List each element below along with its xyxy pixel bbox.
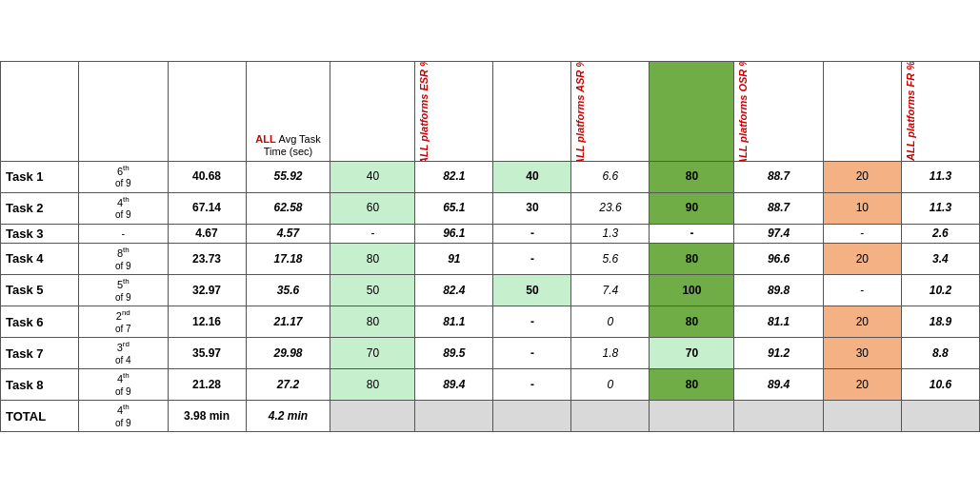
total-empty-cell bbox=[901, 401, 979, 432]
col-esr-all-header: ALL platforms ESR % bbox=[415, 61, 493, 161]
all-avg-task-time: 17.18 bbox=[246, 244, 330, 275]
asr-gvrl-value: - bbox=[493, 369, 571, 401]
esr-all-value: 89.4 bbox=[415, 369, 493, 401]
osr-gvrl-value: 100 bbox=[650, 275, 734, 306]
esr-all-value: 96.1 bbox=[415, 224, 493, 244]
esr-all-value: 82.1 bbox=[415, 161, 493, 192]
osr-all-value: 91.2 bbox=[734, 338, 823, 369]
asr-gvrl-value: - bbox=[493, 306, 571, 338]
total-empty-cell bbox=[571, 401, 650, 432]
col-asr-gvrl-header bbox=[493, 61, 571, 161]
esr-all-value: 65.1 bbox=[415, 192, 493, 224]
esr-gvrl-value: 60 bbox=[330, 192, 415, 224]
total-label: TOTAL bbox=[1, 401, 79, 432]
all-avg-task-time: 29.98 bbox=[246, 338, 330, 369]
osr-gvrl-value: 80 bbox=[650, 369, 734, 401]
fr-gvrl-value: 20 bbox=[823, 244, 901, 275]
osr-gvrl-value: 70 bbox=[650, 338, 734, 369]
esr-gvrl-value: 80 bbox=[330, 306, 415, 338]
asr-all-value: 23.6 bbox=[571, 192, 650, 224]
asr-all-value: 0 bbox=[571, 369, 650, 401]
all-avg-task-time: 62.58 bbox=[246, 192, 330, 224]
esr-all-label: ALL platforms ESR % bbox=[418, 61, 430, 161]
task-label: Task 3 bbox=[1, 224, 79, 244]
all-avg-task-time: 35.6 bbox=[246, 275, 330, 306]
total-empty-cell bbox=[415, 401, 493, 432]
total-empty-cell bbox=[823, 401, 901, 432]
table-row: Task 24thof 967.1462.586065.13023.69088.… bbox=[1, 192, 980, 224]
fr-all-value: 3.4 bbox=[901, 244, 979, 275]
fr-gvrl-value: 10 bbox=[823, 192, 901, 224]
fr-all-value: 10.2 bbox=[901, 275, 979, 306]
asr-gvrl-value: - bbox=[493, 224, 571, 244]
avg-task-time: 35.97 bbox=[168, 338, 246, 369]
avg-task-time: 67.14 bbox=[168, 192, 246, 224]
table-row: Task 16thof 940.6855.924082.1406.68088.7… bbox=[1, 161, 980, 192]
all-avg-task-time: 21.17 bbox=[246, 306, 330, 338]
asr-all-value: 0 bbox=[571, 306, 650, 338]
osr-all-value: 81.1 bbox=[734, 306, 823, 338]
fr-all-value: 11.3 bbox=[901, 161, 979, 192]
osr-all-value: 96.6 bbox=[734, 244, 823, 275]
esr-all-value: 89.5 bbox=[415, 338, 493, 369]
osr-all-value: 88.7 bbox=[734, 161, 823, 192]
rank-cell: 6thof 9 bbox=[79, 161, 168, 192]
data-table: ALL Avg Task Time (sec) ALL platforms ES… bbox=[0, 61, 980, 433]
fr-gvrl-value: 20 bbox=[823, 161, 901, 192]
osr-all-value: 97.4 bbox=[734, 224, 823, 244]
asr-all-value: 1.8 bbox=[571, 338, 650, 369]
avg-task-time: 40.68 bbox=[168, 161, 246, 192]
total-rank: 4thof 9 bbox=[79, 401, 168, 432]
fr-all-value: 10.6 bbox=[901, 369, 979, 401]
fr-gvrl-value: 20 bbox=[823, 369, 901, 401]
rank-cell: 5thof 9 bbox=[79, 275, 168, 306]
asr-all-value: 1.3 bbox=[571, 224, 650, 244]
task-label: Task 2 bbox=[1, 192, 79, 224]
osr-all-label: ALL platforms OSR % bbox=[737, 61, 750, 161]
rank-cell: 2ndof 7 bbox=[79, 306, 168, 338]
rank-cell: 4thof 9 bbox=[79, 369, 168, 401]
avg-task-time: 4.67 bbox=[168, 224, 246, 244]
fr-gvrl-value: - bbox=[823, 224, 901, 244]
task-label: Task 6 bbox=[1, 306, 79, 338]
asr-all-label: ALL platforms ASR % bbox=[574, 61, 587, 161]
table-row: Task 3-4.674.57-96.1-1.3-97.4-2.6 bbox=[1, 224, 980, 244]
fr-all-value: 8.8 bbox=[901, 338, 979, 369]
table-row: Task 62ndof 712.1621.178081.1-08081.1201… bbox=[1, 306, 980, 338]
osr-all-value: 89.8 bbox=[734, 275, 823, 306]
rank-cell: 3rdof 4 bbox=[79, 338, 168, 369]
col-osr-all-header: ALL platforms OSR % bbox=[734, 61, 823, 161]
fr-gvrl-value: - bbox=[823, 275, 901, 306]
total-row: TOTAL4thof 93.98 min4.2 min bbox=[1, 401, 980, 432]
fr-all-label: ALL platforms FR % bbox=[905, 61, 917, 161]
task-label: Task 1 bbox=[1, 161, 79, 192]
col-asr-all-header: ALL platforms ASR % bbox=[571, 61, 650, 161]
total-empty-cell bbox=[493, 401, 571, 432]
avg-task-time: 21.28 bbox=[168, 369, 246, 401]
col-fr-all-header: ALL platforms FR % bbox=[901, 61, 979, 161]
fr-all-value: 2.6 bbox=[901, 224, 979, 244]
table-row: Task 48thof 923.7317.188091-5.68096.6203… bbox=[1, 244, 980, 275]
osr-all-value: 88.7 bbox=[734, 192, 823, 224]
header-row: ALL Avg Task Time (sec) ALL platforms ES… bbox=[1, 61, 980, 161]
total-empty-cell bbox=[734, 401, 823, 432]
esr-gvrl-value: 50 bbox=[330, 275, 415, 306]
col-esr-gvrl-header bbox=[330, 61, 415, 161]
osr-all-value: 89.4 bbox=[734, 369, 823, 401]
total-avg: 3.98 min bbox=[168, 401, 246, 432]
osr-gvrl-value: 90 bbox=[650, 192, 734, 224]
fr-gvrl-value: 20 bbox=[823, 306, 901, 338]
asr-all-value: 6.6 bbox=[571, 161, 650, 192]
asr-gvrl-value: 30 bbox=[493, 192, 571, 224]
table-row: Task 84thof 921.2827.28089.4-08089.42010… bbox=[1, 369, 980, 401]
task-label: Task 5 bbox=[1, 275, 79, 306]
esr-all-value: 91 bbox=[415, 244, 493, 275]
task-label: Task 7 bbox=[1, 338, 79, 369]
all-avg-task-time: 4.57 bbox=[246, 224, 330, 244]
asr-gvrl-value: - bbox=[493, 244, 571, 275]
esr-gvrl-value: 40 bbox=[330, 161, 415, 192]
task-label: Task 4 bbox=[1, 244, 79, 275]
col-fr-gvrl-header bbox=[823, 61, 901, 161]
rank-cell: 4thof 9 bbox=[79, 192, 168, 224]
esr-all-value: 82.4 bbox=[415, 275, 493, 306]
